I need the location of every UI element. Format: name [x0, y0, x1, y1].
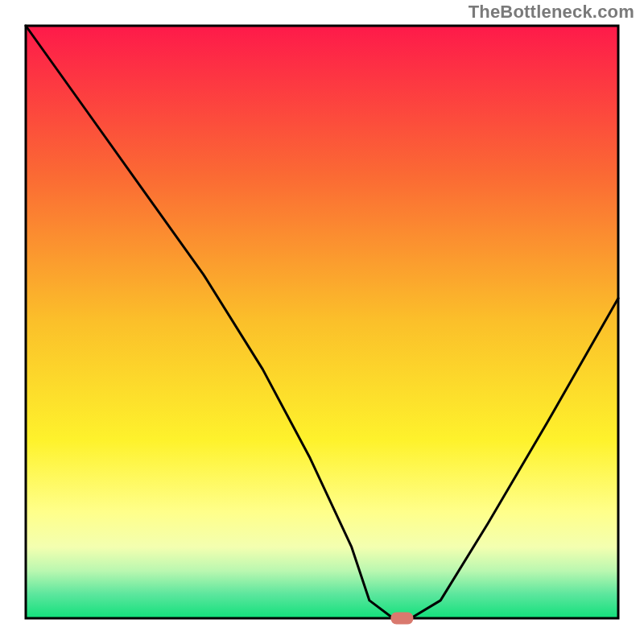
watermark-text: TheBottleneck.com — [469, 2, 634, 23]
bottleneck-chart: TheBottleneck.com — [0, 0, 644, 644]
plot-svg — [0, 0, 644, 644]
plot-background — [26, 26, 618, 618]
minimum-marker — [390, 613, 413, 625]
